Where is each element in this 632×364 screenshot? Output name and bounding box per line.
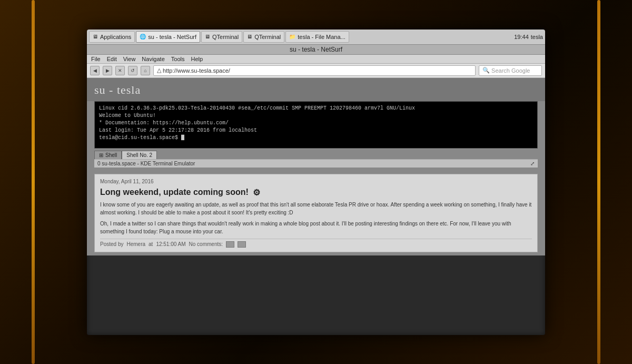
search-icon: 🔍 <box>482 67 490 74</box>
menu-view[interactable]: View <box>123 56 136 62</box>
blog-date: Monday, April 11, 2016 <box>100 179 532 184</box>
menu-bar: File Edit View Navigate Tools Help <box>87 55 545 64</box>
menu-edit[interactable]: Edit <box>107 56 117 62</box>
shell-tab-icon: ⊞ <box>99 152 103 158</box>
car-bezel: 🖥 Applications 🌐 su - tesla - NetSurf 🖥 … <box>0 0 632 364</box>
share-icon-2[interactable] <box>238 241 246 248</box>
terminal-resize-icon[interactable]: ⤢ <box>530 161 535 166</box>
browser-title-text: su - tesla - NetSurf <box>290 46 342 53</box>
blog-time: 12:51:00 AM <box>156 241 185 247</box>
menu-file[interactable]: File <box>91 56 101 62</box>
menu-help[interactable]: Help <box>191 56 203 62</box>
blog-title: Long weekend, update coming soon! ⚙ <box>100 188 532 198</box>
terminal-line-3: Welcome to Ubuntu! <box>99 112 533 120</box>
blog-body-1: I know some of you are eagerly awaiting … <box>100 201 532 217</box>
url-bar[interactable]: △ http://www.su-tesla.space/ <box>153 65 476 76</box>
blog-author[interactable]: Hemera <box>126 241 145 247</box>
blog-area: Monday, April 11, 2016 Long weekend, upd… <box>87 171 545 255</box>
terminal-line-6: tesla@cid.su-tesla.space$ █ <box>99 134 533 142</box>
at-label: at <box>149 241 153 247</box>
stop-button[interactable]: ✕ <box>115 66 125 75</box>
taskbar-netsurf[interactable]: 🌐 su - tesla - NetSurf <box>136 31 200 43</box>
right-bezel-trim <box>597 0 600 364</box>
terminal-statusbar: 0 su-tesla.space - KDE Terminal Emulator… <box>94 159 538 168</box>
browser-title-bar: su - tesla - NetSurf <box>87 44 545 55</box>
url-favicon: △ <box>157 67 161 74</box>
home-button[interactable]: ⌂ <box>141 66 150 75</box>
search-placeholder: Search Google <box>491 67 530 74</box>
search-bar[interactable]: 🔍 Search Google <box>479 65 542 76</box>
filemanager-icon: 📁 <box>289 34 295 40</box>
terminal-tabs: ⊞ Shell Shell No. 2 <box>94 149 538 159</box>
reload-button[interactable]: ↺ <box>128 66 137 75</box>
posted-by-label: Posted by <box>100 241 123 247</box>
comments-label: No comments: <box>189 241 223 247</box>
taskbar-applications[interactable]: 🖥 Applications <box>89 31 135 43</box>
taskbar-qterminal-1[interactable]: 🖥 QTerminal <box>201 31 242 43</box>
terminal-output[interactable]: Linux cid 2.6.36.3-pdk25.023-Tesla-20140… <box>94 101 538 149</box>
terminal-tab-shell2[interactable]: Shell No. 2 <box>122 151 157 159</box>
url-text: http://www.su-tesla.space/ <box>163 67 230 74</box>
applications-icon: 🖥 <box>93 34 98 40</box>
site-header: su - tesla <box>87 78 545 101</box>
terminal-tab-shell[interactable]: ⊞ Shell <box>94 151 122 159</box>
blog-footer: Posted by Hemera at 12:51:00 AM No comme… <box>100 239 532 248</box>
screen: 🖥 Applications 🌐 su - tesla - NetSurf 🖥 … <box>87 29 545 335</box>
qterminal1-icon: 🖥 <box>205 34 210 40</box>
share-icon-1[interactable] <box>226 241 234 248</box>
blog-body-2: Oh, I made a twitter so I can share thin… <box>100 220 532 235</box>
netsurf-icon: 🌐 <box>140 34 146 40</box>
taskbar: 🖥 Applications 🌐 su - tesla - NetSurf 🖥 … <box>87 29 545 44</box>
taskbar-filemanager[interactable]: 📁 tesla - File Mana... <box>285 31 349 43</box>
taskbar-qterminal-2[interactable]: 🖥 QTerminal <box>243 31 284 43</box>
back-button[interactable]: ◀ <box>90 66 100 75</box>
nav-bar: ◀ ▶ ✕ ↺ ⌂ △ http://www.su-tesla.space/ 🔍… <box>87 64 545 78</box>
blog-post: Monday, April 11, 2016 Long weekend, upd… <box>94 174 538 252</box>
taskbar-clock: 19:44 tesla <box>514 34 543 40</box>
qterminal2-icon: 🖥 <box>247 34 252 40</box>
forward-button[interactable]: ▶ <box>103 66 112 75</box>
menu-tools[interactable]: Tools <box>171 56 185 62</box>
site-title: su - tesla <box>94 83 538 97</box>
blog-title-icon: ⚙ <box>253 188 260 198</box>
terminal-line-4: * Documentation: https://help.ubuntu.com… <box>99 120 533 127</box>
page-content: su - tesla Linux cid 2.6.36.3-pdk25.023-… <box>87 78 545 255</box>
menu-navigate[interactable]: Navigate <box>142 56 164 62</box>
terminal-line-5: Last login: Tue Apr 5 22:17:28 2016 from… <box>99 127 533 134</box>
left-bezel-trim <box>32 0 35 364</box>
terminal-line-1: Linux cid 2.6.36.3-pdk25.023-Tesla-20140… <box>99 105 533 112</box>
terminal-container: Linux cid 2.6.36.3-pdk25.023-Tesla-20140… <box>87 101 545 171</box>
